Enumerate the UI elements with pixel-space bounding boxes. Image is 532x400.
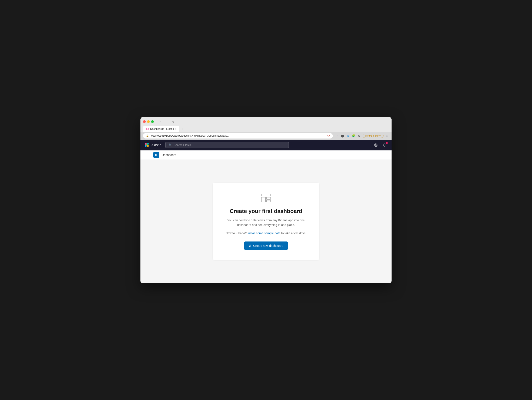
update-button-label: Mettre à jour [365,134,379,137]
svg-rect-14 [261,197,266,202]
notification-badge [386,142,388,144]
browser-controls: ‹ › ↺ [143,119,389,124]
svg-point-8 [375,145,376,146]
svg-rect-16 [266,200,271,202]
svg-point-4 [147,145,149,147]
svg-rect-12 [146,156,149,156]
tab-bar: Dashboards - Elastic × + [143,126,389,132]
search-placeholder: Search Elastic [174,143,191,146]
menu-icon: ≡ [380,134,381,137]
breadcrumb-avatar[interactable]: D [153,152,159,158]
svg-rect-10 [146,154,149,154]
settings-button[interactable] [372,142,379,148]
update-button[interactable]: Mettre à jour ≡ [363,134,383,138]
forward-button[interactable]: › [165,119,170,124]
kibana-topnav: elastic 🔍 Search Elastic [140,140,392,150]
color-ext-icon[interactable]: ◉ [346,134,350,138]
kibana-nav-right [372,142,388,148]
elastic-logo-text: elastic [152,143,161,147]
create-dashboard-label: Create new dashboard [253,244,284,248]
browser-extensions: 𝓥 ⬤ ◉ 🧩 ⚙ Mettre à jour ≡ ⊙ [335,134,389,138]
empty-state-card: Create your first dashboard You can comb… [213,183,319,260]
breadcrumb-bar: D Dashboard [140,150,392,160]
svg-point-6 [146,144,147,146]
svg-point-3 [147,143,149,145]
svg-point-2 [145,143,147,145]
minimize-traffic-light[interactable] [147,120,150,123]
tab-title: Dashboards - Elastic [150,127,174,130]
empty-state-title: Create your first dashboard [226,208,306,215]
svg-rect-11 [146,155,149,155]
svg-point-5 [145,145,147,147]
dashboard-icon-wrap [226,193,306,203]
feather-ext-icon[interactable]: 𝓥 [335,134,339,138]
svg-point-7 [374,144,377,146]
extensions-btn[interactable]: ⚙ [357,134,361,138]
search-icon: 🔍 [169,143,172,146]
browser-menu-icon[interactable]: ⊙ [385,134,389,138]
hint-suffix: to take a test drive. [281,231,306,235]
empty-state-hint: New to Kibana? Install some sample data … [226,231,306,235]
svg-rect-15 [266,197,271,199]
browser-chrome: ‹ › ↺ Dashboards - Elastic × + [140,117,392,132]
svg-rect-13 [261,194,271,196]
menu-toggle-button[interactable] [144,152,151,158]
empty-state-description: You can combine data views from any Kiba… [226,218,306,228]
breadcrumb-label: Dashboard [162,153,176,157]
circle-ext-icon[interactable]: ⬤ [341,134,345,138]
address-bar-row: 🔒 localhost:5601/app/dashboards#/list?_g… [140,132,392,140]
new-tab-button[interactable]: + [180,126,186,132]
browser-window: ‹ › ↺ Dashboards - Elastic × + [140,117,392,283]
notifications-button[interactable] [381,142,388,148]
traffic-lights [143,120,154,123]
back-button[interactable]: ‹ [158,119,163,124]
kibana-content: Create your first dashboard You can comb… [140,160,392,283]
elastic-logo[interactable]: elastic [144,142,161,148]
kibana-search-bar[interactable]: 🔍 Search Elastic [165,142,289,148]
url-text: localhost:5601/app/dashboards#/list?_g=(… [151,134,325,137]
install-sample-data-link[interactable]: Install some sample data [247,231,280,235]
close-traffic-light[interactable] [143,120,146,123]
kibana-app: elastic 🔍 Search Elastic [140,140,392,283]
create-new-dashboard-button[interactable]: ⊕ Create new dashboard [244,241,288,250]
address-bar[interactable]: 🔒 localhost:5601/app/dashboards#/list?_g… [143,133,333,139]
svg-point-1 [147,128,148,130]
reload-button[interactable]: ↺ [171,119,176,124]
shield-icon: 🛡 [327,134,330,137]
browser-nav: ‹ › ↺ [158,119,176,124]
maximize-traffic-light[interactable] [151,120,154,123]
tab-close-button[interactable]: × [175,128,176,130]
plus-icon: ⊕ [249,244,252,248]
security-icon: 🔒 [146,134,149,137]
tab-favicon [146,127,149,130]
puzzle-ext-icon[interactable]: 🧩 [352,134,356,138]
active-tab[interactable]: Dashboards - Elastic × [143,126,179,132]
hint-prefix: New to Kibana? [226,231,247,235]
